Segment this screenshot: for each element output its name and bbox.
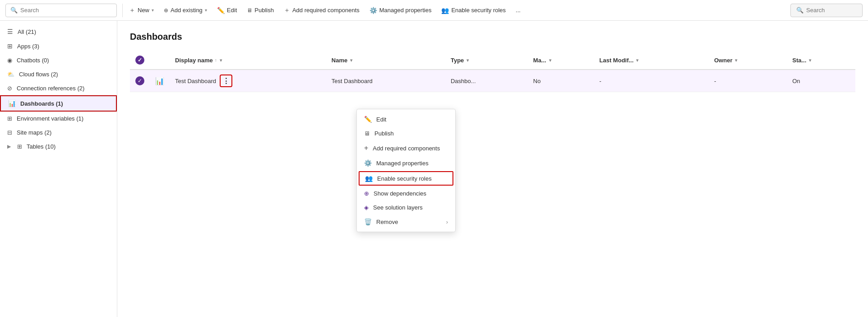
add-required-button[interactable]: ＋ Add required components (279, 4, 364, 17)
publish-icon: 🖥 (247, 7, 252, 14)
main-layout: ☰ All (21) ⊞ Apps (3) ◉ Chatbots (0) ⛅ C… (0, 21, 868, 317)
ctx-add-required[interactable]: + Add required components (357, 140, 455, 156)
sidebar-item-chatbots[interactable]: ◉ Chatbots (0) (0, 53, 117, 67)
sidebar-item-dashboards[interactable]: 📊 Dashboards (1) (0, 95, 117, 112)
toolbar-left-search: 🔍 (5, 4, 123, 17)
filter-icon-owner[interactable]: ▾ (735, 58, 737, 63)
filter-icon-managed[interactable]: ▾ (549, 58, 551, 63)
add-existing-button[interactable]: ⊕ Add existing ▾ (159, 5, 212, 16)
search-icon-right: 🔍 (796, 7, 803, 14)
tables-icon: ⊞ (17, 143, 22, 150)
filter-icon-status[interactable]: ▾ (809, 58, 811, 63)
search-icon: 🔍 (10, 7, 18, 14)
sidebar-item-cloud-flows[interactable]: ⛅ Cloud flows (2) (0, 67, 117, 81)
toolbar-right: 🔍 (790, 4, 863, 17)
row-last-modified: - (594, 70, 709, 92)
expand-icon: ▶ (7, 144, 11, 149)
row-check[interactable]: ✓ (130, 70, 150, 92)
context-menu: ✏️ Edit 🖥 Publish + Add required compone… (356, 109, 456, 232)
ctx-show-deps[interactable]: ⊕ Show dependencies (357, 186, 455, 200)
sidebar-item-connection-references[interactable]: ⊘ Connection references (2) (0, 81, 117, 95)
row-status: On (787, 70, 855, 92)
top-search-input[interactable] (806, 7, 857, 14)
select-all-check[interactable]: ✓ (135, 56, 144, 65)
row-type-icon: 📊 (150, 70, 170, 92)
row-name: Test Dashboard (326, 70, 445, 92)
sidebar: ☰ All (21) ⊞ Apps (3) ◉ Chatbots (0) ⛅ C… (0, 21, 117, 317)
add-existing-icon: ⊕ (164, 7, 168, 14)
ctx-publish[interactable]: 🖥 Publish (357, 126, 455, 140)
page-title: Dashboards (130, 32, 855, 42)
content-inner: Dashboards ✓ Display name ↑ ▾ (117, 21, 868, 317)
col-header-name[interactable]: Name ▾ (326, 51, 445, 70)
col-header-display-name[interactable]: Display name ↑ ▾ (170, 51, 326, 70)
managed-properties-button[interactable]: ⚙️ Managed properties (365, 5, 436, 16)
col-header-managed[interactable]: Ma... ▾ (528, 51, 594, 70)
security-roles-icon: 👥 (441, 7, 449, 14)
env-vars-icon: ⊞ (7, 115, 12, 122)
dashboards-table: ✓ Display name ↑ ▾ Name (130, 51, 855, 92)
sidebar-item-site-maps[interactable]: ⊟ Site maps (2) (0, 126, 117, 140)
row-owner: - (709, 70, 787, 92)
chatbots-icon: ◉ (7, 57, 12, 64)
cloud-flows-icon: ⛅ (7, 71, 14, 78)
filter-icon-name[interactable]: ▾ (350, 58, 352, 63)
toolbar-actions: ＋ New ▾ ⊕ Add existing ▾ ✏️ Edit 🖥 Publi… (125, 4, 863, 17)
toolbar: 🔍 ＋ New ▾ ⊕ Add existing ▾ ✏️ Edit 🖥 Pub… (0, 0, 868, 21)
filter-icon-type[interactable]: ▾ (466, 58, 469, 63)
ctx-security-roles[interactable]: 👥 Enable security roles (359, 171, 453, 186)
filter-icon[interactable]: ▾ (220, 58, 222, 63)
site-maps-icon: ⊟ (7, 129, 12, 136)
edit-ctx-icon: ✏️ (364, 116, 372, 123)
table-header-row: ✓ Display name ↑ ▾ Name (130, 51, 855, 70)
publish-ctx-icon: 🖥 (364, 130, 370, 137)
row-check-circle[interactable]: ✓ (135, 76, 144, 85)
enable-security-roles-button[interactable]: 👥 Enable security roles (437, 5, 510, 16)
trash-ctx-icon: 🗑️ (364, 218, 372, 225)
row-display-name: Test Dashboard ⋮ (170, 70, 326, 92)
ctx-remove[interactable]: 🗑️ Remove › (357, 214, 455, 229)
sort-asc-icon: ↑ (215, 58, 217, 63)
sidebar-item-env-vars[interactable]: ⊞ Environment variables (1) (0, 112, 117, 126)
filter-icon-modified[interactable]: ▾ (636, 58, 638, 63)
ctx-managed-props[interactable]: ⚙️ Managed properties (357, 156, 455, 170)
col-header-last-modified[interactable]: Last Modif... ▾ (594, 51, 709, 70)
col-header-owner[interactable]: Owner ▾ (709, 51, 787, 70)
edit-button[interactable]: ✏️ Edit (212, 5, 241, 16)
chevron-down-icon: ▾ (152, 8, 154, 13)
plus-icon: ＋ (129, 6, 135, 14)
sidebar-item-tables[interactable]: ▶ ⊞ Tables (10) (0, 140, 117, 154)
new-button[interactable]: ＋ New ▾ (125, 4, 158, 17)
sidebar-item-apps[interactable]: ⊞ Apps (3) (0, 39, 117, 53)
chevron-right-icon: › (446, 219, 448, 225)
layers-ctx-icon: ◈ (364, 204, 369, 211)
col-header-check: ✓ (130, 51, 150, 70)
more-actions-button[interactable]: ... (511, 5, 525, 16)
dashboards-icon: 📊 (8, 100, 16, 107)
ctx-solution-layers[interactable]: ◈ See solution layers (357, 200, 455, 214)
table-row[interactable]: ✓ 📊 Test Dashboard ⋮ Test Dashboard (130, 70, 855, 92)
add-required-ctx-icon: + (364, 144, 368, 152)
sidebar-item-all[interactable]: ☰ All (21) (0, 24, 117, 39)
content-area: Dashboards ✓ Display name ↑ ▾ (117, 21, 868, 317)
connection-icon: ⊘ (7, 85, 12, 92)
gear-icon: ⚙️ (369, 7, 377, 14)
publish-button[interactable]: 🖥 Publish (242, 5, 278, 16)
col-header-icon (150, 51, 170, 70)
add-required-icon: ＋ (284, 6, 290, 14)
deps-ctx-icon: ⊕ (364, 190, 369, 197)
col-header-type[interactable]: Type ▾ (445, 51, 528, 70)
col-header-status[interactable]: Sta... ▾ (787, 51, 855, 70)
row-more-button[interactable]: ⋮ (220, 75, 232, 87)
row-managed: No (528, 70, 594, 92)
top-search-box[interactable]: 🔍 (790, 4, 863, 17)
ctx-edit[interactable]: ✏️ Edit (357, 112, 455, 126)
gear-ctx-icon: ⚙️ (364, 159, 372, 167)
sidebar-search-input[interactable] (20, 7, 112, 14)
sidebar-search-box[interactable]: 🔍 (5, 4, 117, 17)
row-type: Dashbo... (445, 70, 528, 92)
all-icon: ☰ (7, 28, 13, 35)
chevron-down-icon-2: ▾ (205, 8, 207, 13)
edit-icon: ✏️ (217, 7, 225, 14)
dashboard-icon: 📊 (155, 77, 164, 85)
